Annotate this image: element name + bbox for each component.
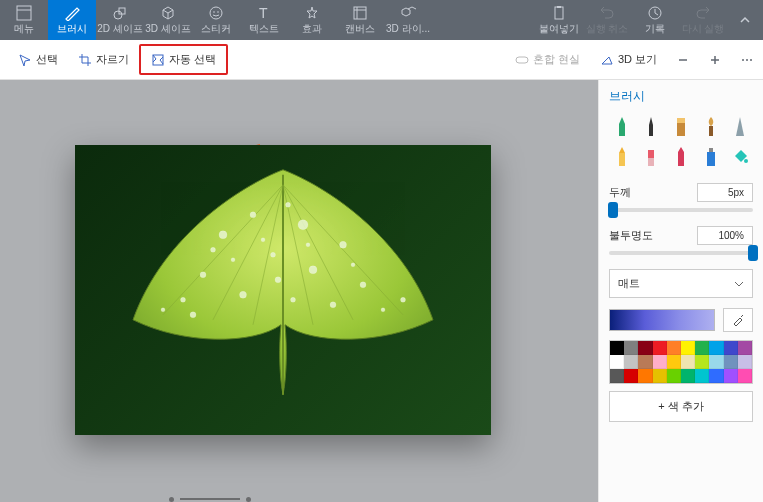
- svg-rect-15: [516, 57, 528, 63]
- canvas-tab[interactable]: 캔버스: [336, 0, 384, 40]
- canvas-workspace[interactable]: [0, 80, 598, 502]
- brush-tab[interactable]: 브러시: [48, 0, 96, 40]
- scrub-dot-icon: [246, 497, 251, 502]
- palette-color[interactable]: [738, 341, 752, 355]
- palette-color[interactable]: [738, 355, 752, 369]
- palette-color[interactable]: [681, 369, 695, 383]
- history-button[interactable]: 기록: [631, 0, 679, 40]
- thickness-slider-thumb[interactable]: [608, 202, 618, 218]
- current-color-swatch[interactable]: [609, 309, 715, 331]
- brush-marker[interactable]: [609, 115, 635, 139]
- zoom-in-button[interactable]: [699, 40, 731, 80]
- svg-point-29: [360, 282, 366, 288]
- svg-point-31: [240, 291, 247, 298]
- palette-color[interactable]: [667, 369, 681, 383]
- shape3d-label: 3D 셰이프: [145, 22, 191, 36]
- palette-color[interactable]: [653, 341, 667, 355]
- palette-color[interactable]: [681, 355, 695, 369]
- brush-watercolor[interactable]: [698, 115, 724, 139]
- palette-color[interactable]: [624, 355, 638, 369]
- palette-color[interactable]: [724, 341, 738, 355]
- svg-point-33: [330, 302, 336, 308]
- canvas-scrubber[interactable]: [169, 496, 429, 502]
- brush-pencil[interactable]: [609, 145, 635, 169]
- palette-color[interactable]: [695, 341, 709, 355]
- brush-eraser[interactable]: [639, 145, 665, 169]
- svg-point-28: [309, 266, 317, 274]
- palette-color[interactable]: [624, 369, 638, 383]
- crop-tool[interactable]: 자르기: [68, 46, 139, 73]
- palette-color[interactable]: [724, 369, 738, 383]
- palette-color[interactable]: [709, 341, 723, 355]
- scrub-track: [180, 498, 240, 500]
- thickness-slider[interactable]: [609, 208, 753, 212]
- color-palette: [609, 340, 753, 384]
- shape3d-tab[interactable]: 3D 셰이프: [144, 0, 192, 40]
- palette-color[interactable]: [709, 355, 723, 369]
- palette-color[interactable]: [610, 341, 624, 355]
- palette-color[interactable]: [638, 369, 652, 383]
- svg-point-42: [190, 312, 196, 318]
- select-tool[interactable]: 선택: [8, 46, 68, 73]
- svg-rect-50: [648, 158, 654, 166]
- mixed-reality-button[interactable]: 혼합 현실: [505, 46, 590, 73]
- svg-point-25: [340, 241, 347, 248]
- thickness-input[interactable]: 5px: [697, 183, 753, 202]
- zoom-out-button[interactable]: [667, 40, 699, 80]
- material-select[interactable]: 매트: [609, 269, 753, 298]
- paste-label: 붙여넣기: [539, 22, 579, 36]
- library3d-tab[interactable]: 3D 라이...: [384, 0, 432, 40]
- canvas-image[interactable]: [75, 145, 491, 435]
- shape2d-tab[interactable]: 2D 셰이프: [96, 0, 144, 40]
- shape2d-label: 2D 셰이프: [97, 22, 143, 36]
- lib3d-label: 3D 라이...: [386, 22, 430, 36]
- more-button[interactable]: [731, 40, 763, 80]
- brush-fill[interactable]: [727, 145, 753, 169]
- redo-button[interactable]: 다시 실행: [679, 0, 727, 40]
- palette-color[interactable]: [695, 355, 709, 369]
- palette-color[interactable]: [610, 369, 624, 383]
- opacity-slider[interactable]: [609, 251, 753, 255]
- undo-button[interactable]: 실행 취소: [583, 0, 631, 40]
- sticker-tab[interactable]: 스티커: [192, 0, 240, 40]
- palette-color[interactable]: [738, 369, 752, 383]
- palette-color[interactable]: [638, 341, 652, 355]
- palette-color[interactable]: [610, 355, 624, 369]
- palette-color[interactable]: [667, 341, 681, 355]
- brush-calligraphy[interactable]: [639, 115, 665, 139]
- effects-label: 효과: [302, 22, 322, 36]
- effects-tab[interactable]: 효과: [288, 0, 336, 40]
- text-tab[interactable]: T 텍스트: [240, 0, 288, 40]
- undo-label: 실행 취소: [586, 22, 629, 36]
- svg-point-35: [261, 238, 265, 242]
- svg-point-37: [231, 258, 235, 262]
- palette-color[interactable]: [724, 355, 738, 369]
- add-color-button[interactable]: + 색 추가: [609, 391, 753, 422]
- menu-button[interactable]: 메뉴: [0, 0, 48, 40]
- palette-color[interactable]: [624, 341, 638, 355]
- eyedropper-button[interactable]: [723, 308, 753, 332]
- view3d-button[interactable]: 3D 보기: [590, 46, 667, 73]
- collapse-ribbon-button[interactable]: [727, 0, 763, 40]
- opacity-row: 불투명도 100%: [609, 226, 753, 245]
- brush-tab-label: 브러시: [57, 22, 87, 36]
- autoselect-tool[interactable]: 자동 선택: [139, 44, 228, 75]
- palette-color[interactable]: [653, 355, 667, 369]
- mr-label: 혼합 현실: [533, 52, 580, 67]
- palette-color[interactable]: [653, 369, 667, 383]
- opacity-input[interactable]: 100%: [697, 226, 753, 245]
- thickness-label: 두께: [609, 185, 631, 200]
- palette-color[interactable]: [638, 355, 652, 369]
- palette-color[interactable]: [681, 341, 695, 355]
- brush-spray[interactable]: [698, 145, 724, 169]
- opacity-slider-thumb[interactable]: [748, 245, 758, 261]
- svg-rect-46: [677, 118, 685, 123]
- brush-crayon[interactable]: [668, 145, 694, 169]
- palette-color[interactable]: [709, 369, 723, 383]
- palette-color[interactable]: [667, 355, 681, 369]
- brush-pixel[interactable]: [727, 115, 753, 139]
- svg-point-27: [271, 252, 276, 257]
- paste-button[interactable]: 붙여넣기: [535, 0, 583, 40]
- palette-color[interactable]: [695, 369, 709, 383]
- brush-oil[interactable]: [668, 115, 694, 139]
